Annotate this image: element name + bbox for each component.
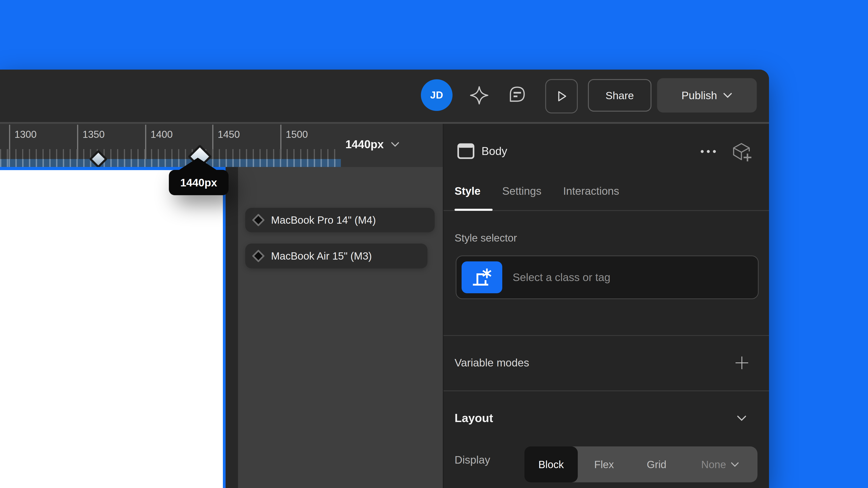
designer-window: JD	[0, 70, 769, 488]
active-tab-indicator	[455, 209, 493, 211]
display-option-block[interactable]: Block	[524, 447, 578, 482]
section-divider	[443, 390, 769, 391]
chevron-down-icon	[391, 141, 400, 147]
tab-settings[interactable]: Settings	[502, 185, 541, 197]
diamond-icon	[252, 250, 265, 263]
display-option-none[interactable]: None	[683, 447, 757, 482]
more-options-button[interactable]	[701, 150, 716, 153]
toolbar-divider	[0, 122, 769, 124]
style-selector-label: Style selector	[455, 232, 517, 244]
ruler-label: 1300	[14, 129, 37, 140]
style-selector-field[interactable]	[456, 256, 758, 299]
ruler-label: 1450	[218, 129, 240, 140]
canvas-width-value: 1440px	[345, 138, 384, 151]
share-button[interactable]: Share	[588, 79, 651, 111]
chevron-down-icon[interactable]	[737, 415, 747, 422]
width-tooltip-value: 1440px	[180, 176, 217, 189]
display-property-label: Display	[455, 454, 490, 466]
panel-tabs: Style Settings Interactions	[455, 185, 619, 197]
breakpoint-chip-macbook-pro[interactable]: MacBook Pro 14" (M4)	[245, 208, 435, 232]
ruler-label: 1350	[83, 129, 105, 140]
breakpoint-chip-label: MacBook Air 15" (M3)	[271, 250, 372, 262]
canvas-resize-handle[interactable]	[223, 167, 225, 488]
breakpoint-chip-macbook-air[interactable]: MacBook Air 15" (M3)	[245, 243, 428, 268]
publish-button-label: Publish	[682, 89, 717, 102]
display-option-flex[interactable]: Flex	[578, 447, 630, 482]
page-canvas[interactable]	[0, 170, 223, 488]
breakpoint-range-band	[0, 159, 341, 167]
canvas-gutter	[225, 167, 238, 488]
chevron-down-icon	[723, 92, 733, 98]
display-segmented-control: Block Flex Grid None	[524, 447, 757, 482]
panel-header: Body	[443, 124, 769, 169]
class-search-input[interactable]	[512, 271, 739, 284]
selected-element-title: Body	[482, 144, 507, 158]
top-toolbar: JD	[0, 70, 769, 122]
comments-button[interactable]	[506, 84, 528, 106]
sparkle-icon	[469, 85, 490, 106]
breakpoint-chip-label: MacBook Pro 14" (M4)	[271, 214, 376, 226]
comment-icon	[506, 84, 528, 106]
desktop-background: JD	[0, 0, 868, 488]
add-variable-mode-button[interactable]	[735, 356, 749, 370]
tab-style[interactable]: Style	[455, 185, 480, 197]
ruler-label: 1400	[151, 129, 173, 140]
section-divider	[443, 335, 769, 336]
display-option-grid[interactable]: Grid	[630, 447, 683, 482]
selector-state-button[interactable]	[462, 261, 502, 293]
share-button-label: Share	[606, 89, 634, 102]
body-element-icon	[457, 143, 474, 159]
chevron-down-icon	[731, 462, 739, 467]
ruler-minor-ticks	[0, 149, 341, 159]
preview-button[interactable]	[545, 79, 578, 113]
ai-assistant-button[interactable]	[468, 84, 491, 107]
tab-interactions[interactable]: Interactions	[563, 185, 619, 197]
variable-modes-label: Variable modes	[455, 357, 529, 369]
ruler-label: 1500	[286, 129, 308, 140]
canvas-width-dropdown[interactable]: 1440px	[345, 138, 400, 151]
diamond-icon	[252, 214, 265, 227]
publish-button[interactable]: Publish	[657, 78, 757, 112]
style-panel: Body Style Settings Interactions	[443, 124, 769, 488]
width-tooltip: 1440px	[169, 170, 228, 195]
avatar[interactable]: JD	[421, 79, 453, 111]
layout-section-heading[interactable]: Layout	[455, 411, 493, 425]
create-component-icon[interactable]	[731, 141, 752, 163]
display-option-none-label: None	[701, 458, 726, 470]
play-icon	[553, 88, 569, 104]
